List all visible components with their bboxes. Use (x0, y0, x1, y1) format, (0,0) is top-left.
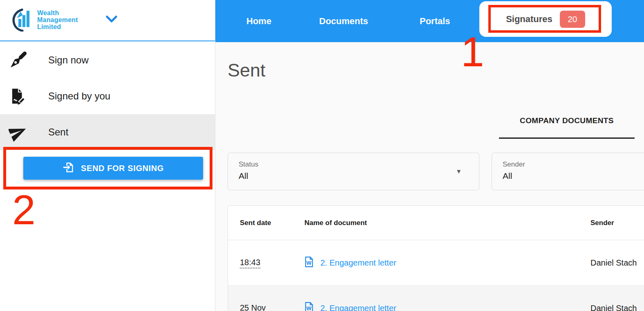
nav-item-portals[interactable]: Portals (420, 0, 450, 42)
company-logo: Wealth Management Limited (11, 8, 78, 33)
signed-document-icon (9, 87, 27, 106)
wealth-management-logo-icon (11, 8, 34, 33)
signatures-label: Signatures (506, 14, 552, 25)
document-link[interactable]: 2. Engagement letter (320, 304, 396, 311)
column-header-sender: Sender (590, 206, 614, 240)
sent-date-cell: 18:43 (240, 240, 260, 286)
sidebar-item-label: Sign now (48, 54, 89, 66)
paper-plane-icon (9, 123, 27, 142)
column-header-name: Name of document (304, 206, 367, 240)
sidebar: Wealth Management Limited (0, 0, 215, 311)
sidebar-item-signed-by-you[interactable]: Signed by you (0, 78, 215, 114)
sent-date-value: 18:43 (240, 258, 260, 268)
sender-filter-value: All (503, 171, 512, 181)
sidebar-item-label: Signed by you (48, 90, 110, 102)
page-title: Sent (228, 60, 266, 81)
status-filter-label: Status (239, 160, 258, 169)
company-logo-text: Wealth Management Limited (37, 10, 78, 30)
sidebar-item-label: Sent (48, 126, 68, 138)
sender-filter-select[interactable]: Sender All (492, 153, 644, 190)
caret-down-icon: ▼ (456, 168, 462, 175)
sender-cell: Daniel Stach (590, 240, 637, 286)
nav-item-documents[interactable]: Documents (319, 0, 368, 42)
send-for-signing-label: SEND FOR SIGNING (81, 164, 164, 173)
document-link[interactable]: 2. Engagement letter (320, 258, 396, 268)
document-name-cell: W 2. Engagement letter (303, 240, 396, 286)
sender-filter-label: Sender (503, 160, 525, 169)
nav-item-home[interactable]: Home (246, 0, 271, 42)
signatures-count-badge: 20 (560, 11, 585, 28)
sent-documents-table: Sent date Name of document Sender 18:43 … (228, 205, 644, 311)
svg-text:W: W (306, 260, 312, 266)
document-name-cell: W 2. Engagement letter (303, 286, 396, 311)
send-for-signing-button[interactable]: SEND FOR SIGNING (23, 157, 203, 180)
tab-company-documents[interactable]: COMPANY DOCUMENTS (499, 116, 635, 125)
fountain-pen-icon (9, 51, 27, 70)
word-file-icon: W (303, 301, 315, 311)
svg-text:W: W (306, 305, 312, 311)
main-area: Home Documents Portals Signatures 20 1 S… (215, 0, 644, 311)
sidebar-header: Wealth Management Limited (0, 0, 215, 41)
table-row: 25 Nov W 2. Engagement letter Daniel Sta… (228, 286, 644, 311)
tab-active-indicator (499, 137, 635, 139)
annotation-number-2: 2 (12, 189, 36, 231)
status-filter-value: All (239, 171, 248, 181)
table-header-row: Sent date Name of document Sender (228, 206, 644, 240)
document-arrow-icon (63, 161, 75, 176)
sender-cell: Daniel Stach (590, 286, 637, 311)
sent-date-cell: 25 Nov (240, 286, 266, 311)
column-header-sent-date: Sent date (240, 206, 271, 240)
status-filter-select[interactable]: Status All ▼ (228, 153, 479, 190)
word-file-icon: W (303, 256, 315, 270)
app-window: Wealth Management Limited (0, 0, 644, 311)
sidebar-item-sign-now[interactable]: Sign now (0, 42, 215, 78)
sidebar-menu: Sign now Signed by you (0, 42, 215, 150)
nav-item-signatures[interactable]: Signatures 20 (479, 1, 612, 37)
chevron-down-icon[interactable] (105, 15, 118, 25)
top-navbar: Home Documents Portals Signatures 20 (215, 0, 644, 42)
table-row: 18:43 W 2. Engagement letter Daniel Stac… (228, 240, 644, 286)
sent-date-value: 25 Nov (240, 303, 266, 311)
sidebar-item-sent[interactable]: Sent (0, 114, 215, 150)
